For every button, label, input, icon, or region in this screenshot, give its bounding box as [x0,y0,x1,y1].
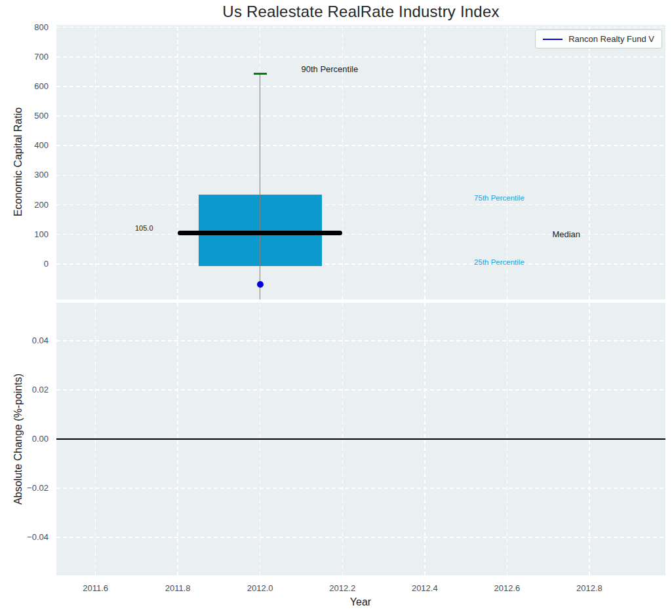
legend: Rancon Realty Fund V [535,29,662,48]
legend-label: Rancon Realty Fund V [568,34,654,44]
gridline-vertical [177,25,178,299]
chart-title: Us Realestate RealRate Industry Index [56,3,665,21]
top-plot-area: 90th Percentile75th PercentileMedian25th… [56,25,665,299]
bottom-y-tick-label: 0.00 [0,434,49,444]
x-tick-label: 2012.6 [494,583,520,593]
annotation-90th-percentile: 90th Percentile [301,64,358,73]
x-tick-label: 2011.6 [83,583,108,593]
x-tick-label: 2012.2 [329,583,355,593]
top-y-tick-label: 200 [0,199,49,209]
annotation-25th-percentile: 25th Percentile [474,258,524,266]
gridline-horizontal [56,27,665,28]
bottom-y-tick-label: −0.02 [0,483,49,493]
figure: Us Realestate RealRate Industry Index 90… [0,0,672,616]
top-y-tick-label: 500 [0,111,49,121]
annotation-75th-percentile: 75th Percentile [474,194,524,202]
gridline-horizontal [56,389,665,391]
median-line [178,231,342,235]
bottom-y-tick-label: 0.04 [0,336,49,345]
gridline-vertical [424,25,425,299]
gridline-horizontal [56,175,665,176]
bottom-plot-area [56,303,665,575]
x-tick-label: 2011.8 [165,583,191,593]
whisker-cap-90th [254,73,267,75]
x-tick-label: 2012.0 [247,583,273,593]
gridline-vertical [589,25,590,299]
gridline-horizontal [56,263,665,265]
gridline-vertical [95,25,96,299]
gridline-horizontal [56,537,665,538]
bottom-y-tick-label: 0.02 [0,385,49,395]
top-y-tick-label: 400 [0,140,49,150]
top-y-tick-label: 800 [0,22,49,31]
x-tick-label: 2012.4 [412,583,438,593]
whisker-line [260,73,261,299]
x-axis-label: Year [350,596,371,608]
gridline-horizontal [56,115,665,117]
gridline-horizontal [56,204,665,206]
annotation-105-0: 105.0 [135,224,153,232]
gridline-horizontal [56,86,665,87]
fund-point [257,281,264,288]
gridline-horizontal [56,56,665,58]
top-y-tick-label: 700 [0,52,49,62]
top-y-tick-label: 0 [0,259,49,269]
gridline-horizontal [56,488,665,489]
gridline-horizontal [56,340,665,341]
top-y-tick-label: 300 [0,170,49,180]
bottom-y-tick-label: −0.04 [0,532,49,542]
annotation-median: Median [552,229,580,239]
zero-line [56,438,665,440]
x-tick-label: 2012.8 [576,583,603,593]
top-y-tick-label: 600 [0,81,49,91]
top-y-tick-label: 100 [0,229,49,239]
legend-line-sample [543,39,563,40]
gridline-horizontal [56,145,665,146]
